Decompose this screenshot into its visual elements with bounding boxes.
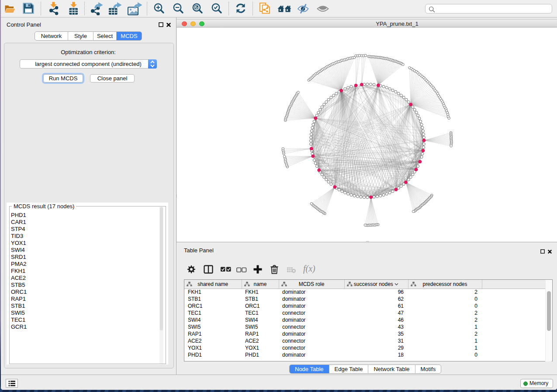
svg-text:f(x): f(x) bbox=[303, 264, 315, 274]
